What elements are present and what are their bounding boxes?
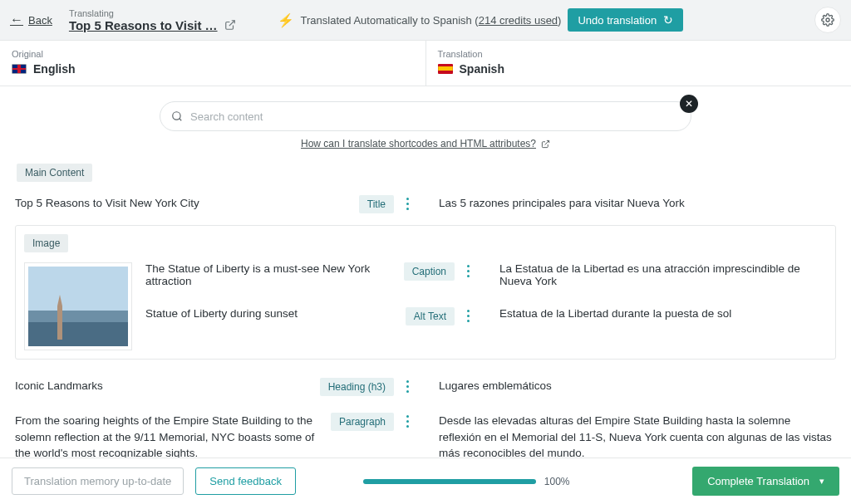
search-input[interactable] [160,101,691,131]
svg-point-2 [173,112,180,120]
translation-lang-col: Translation Spanish [426,41,852,86]
svg-point-1 [826,18,829,22]
search-wrap: ✕ [160,101,691,131]
target-paragraph[interactable]: Desde las elevadas alturas del Empire St… [427,413,836,458]
arrow-left-icon: ← [10,12,23,27]
drag-handle-icon[interactable] [463,262,473,277]
row-paragraph[interactable]: From the soaring heights of the Empire S… [12,408,839,458]
auto-translate-text: Translated Automatically to Spanish (214… [301,14,562,27]
chip-paragraph: Paragraph [331,413,394,431]
svg-line-0 [229,21,234,26]
send-feedback-button[interactable]: Send feedback [195,467,296,495]
drag-handle-icon[interactable] [402,378,412,393]
target-title[interactable]: Las 5 razones principales para visitar N… [427,195,836,212]
chip-title: Title [359,195,394,213]
original-lang-col: Original English [0,41,426,86]
row-alt-text[interactable]: Statue of Liberty during sunset Alt Text… [145,307,827,325]
statue-liberty-image [28,267,128,346]
auto-translate-status: ⚡ Translated Automatically to Spanish (2… [278,8,684,32]
language-row: Original English Translation Spanish [0,41,851,86]
svg-line-3 [180,119,182,121]
source-title: Top 5 Reasons to Visit New York City [15,195,351,212]
external-link-icon [541,139,550,149]
source-caption: The Statue of Liberty is a must-see New … [145,262,396,287]
chip-caption: Caption [404,262,455,281]
source-alt: Statue of Liberty during sunset [145,307,397,320]
original-label: Original [12,49,414,59]
gear-icon [821,13,834,27]
drag-handle-icon[interactable] [402,413,412,428]
settings-button[interactable] [814,7,841,33]
progress-bar [363,479,536,484]
drag-handle-icon[interactable] [402,195,412,210]
target-heading[interactable]: Lugares emblemáticos [427,378,836,394]
section-main-content: Main Content [17,164,92,182]
page-title[interactable]: Top 5 Reasons to Visit … [69,18,236,32]
source-heading: Iconic Landmarks [15,378,312,394]
source-paragraph: From the soaring heights of the Empire S… [15,413,322,458]
target-alt[interactable]: Estatua de la Libertad durante la puesta… [488,307,827,320]
section-image: Image [24,234,68,252]
chip-heading: Heading (h3) [320,378,394,396]
flag-es-icon [438,64,453,74]
help-shortcodes-link[interactable]: How can I translate shortcodes and HTML … [301,138,550,149]
row-title[interactable]: Top 5 Reasons to Visit New York City Tit… [12,190,839,225]
progress-indicator: 100% [363,476,570,487]
target-caption[interactable]: La Estatua de la Libertad es una atracci… [488,262,827,287]
image-thumbnail[interactable] [24,262,132,350]
close-search-button[interactable]: ✕ [680,95,698,113]
progress-label: 100% [544,476,570,487]
translation-lang-name: Spanish [438,62,840,76]
flag-uk-icon [12,64,27,74]
external-link-icon [224,19,236,31]
undo-translation-button[interactable]: Undo translation ↻ [568,8,683,32]
content-scroll[interactable]: Main Content Top 5 Reasons to Visit New … [0,157,851,458]
translation-label: Translation [438,49,840,59]
back-link[interactable]: ← Back [10,12,52,27]
chevron-down-icon: ▾ [819,476,824,487]
translating-label: Translating [69,8,236,18]
footer-bar: Translation memory up-to-date Send feedb… [0,458,851,504]
svg-line-4 [545,140,549,144]
back-label: Back [28,14,52,27]
translation-memory-button: Translation memory up-to-date [12,467,184,495]
image-block: Image The Statue of Liberty is a must-se… [15,225,836,360]
chip-alt: Alt Text [406,307,455,325]
refresh-icon: ↻ [663,13,673,27]
row-caption[interactable]: The Statue of Liberty is a must-see New … [145,262,827,287]
bolt-icon: ⚡ [278,12,294,28]
complete-translation-button[interactable]: Complete Translation ▾ [692,467,839,496]
row-heading[interactable]: Iconic Landmarks Heading (h3) Lugares em… [12,373,839,408]
close-icon: ✕ [685,98,693,110]
original-lang-name: English [12,62,414,76]
header-bar: ← Back Translating Top 5 Reasons to Visi… [0,0,851,41]
drag-handle-icon[interactable] [463,307,473,322]
search-icon [171,110,183,122]
title-block: Translating Top 5 Reasons to Visit … [69,8,236,32]
search-area: ✕ How can I translate shortcodes and HTM… [0,86,851,154]
credits-used-link[interactable]: 214 credits used [479,14,558,27]
